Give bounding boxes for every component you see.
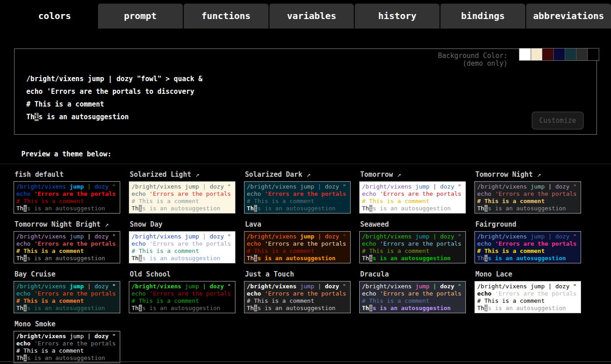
tab-abbreviations[interactable]: abbreviations [525,4,611,29]
theme-preview-box[interactable]: /bright/vixens jump | dozy "echo 'Errors… [359,231,466,263]
theme-preview-box[interactable]: /bright/vixens jump | dozy "echo 'Errors… [359,281,466,313]
terminal-line: /bright/vixens jump | dozy " [247,183,348,190]
tab-variables[interactable]: variables [269,4,354,29]
theme-title[interactable]: Tomorrow Night Bright ↗ [15,220,120,228]
terminal-line: This is an autosuggestion [362,205,463,212]
theme-card: Tomorrow ↗/bright/vixens jump | dozy "ec… [359,170,466,214]
theme-title[interactable]: Tomorrow ↗ [360,170,466,179]
theme-preview-box[interactable]: /bright/vixens jump | dozy "echo 'Errors… [129,231,235,263]
theme-title[interactable]: Solarized Dark ↗ [245,170,351,179]
theme-preview-box[interactable]: /bright/vixens jump | dozy "echo 'Errors… [474,231,581,263]
terminal-line: /bright/vixens jump | dozy " [132,183,233,190]
theme-title[interactable]: Lava [245,220,351,228]
terminal-line: echo 'Errors are the portals to discover… [26,85,596,98]
theme-preview-box[interactable]: /bright/vixens jump | dozy "echo 'Errors… [359,181,466,214]
theme-title[interactable]: fish default [15,170,120,179]
theme-preview-box[interactable]: /bright/vixens jump | dozy "echo 'Errors… [14,181,120,214]
external-link-icon[interactable]: ↗ [393,170,401,179]
terminal-line: /bright/vixens jump | dozy " [16,333,117,340]
theme-card: Solarized Dark ↗/bright/vixens jump | do… [244,170,351,214]
theme-preview-box[interactable]: /bright/vixens jump | dozy "echo 'Errors… [474,281,581,313]
theme-preview-box[interactable]: /bright/vixens jump | dozy "echo 'Errors… [14,231,120,263]
theme-preview-box[interactable]: /bright/vixens jump | dozy "echo 'Errors… [129,281,235,313]
terminal-line: echo 'Errors are the portals [16,240,117,248]
theme-preview-box[interactable]: /bright/vixens jump | dozy "echo 'Errors… [129,181,235,214]
terminal-line: echo 'Errors are the portals [477,240,578,248]
customize-button[interactable]: Customize [532,112,584,130]
terminal-line: This is an autosuggestion [362,305,463,312]
terminal-line: /bright/vixens jump | dozy " [16,183,117,190]
theme-preview-box[interactable]: /bright/vixens jump | dozy "echo 'Errors… [474,181,581,214]
external-link-icon[interactable]: ↗ [302,170,310,179]
theme-title[interactable]: Just a Touch [245,270,351,278]
terminal-line: echo 'Errors are the portals [477,290,578,297]
terminal-line: /bright/vixens jump | dozy " [16,233,117,240]
bg-swatch-white[interactable] [519,49,531,60]
terminal-line: This is an autosuggestion [477,255,578,262]
theme-title[interactable]: Fairground [475,220,581,228]
theme-card: Fairground/bright/vixens jump | dozy "ec… [474,220,581,263]
external-link-icon[interactable]: ↗ [533,170,541,179]
background-color-label-line2: (demo only) [438,60,508,68]
tab-functions[interactable]: functions [183,4,269,29]
external-link-icon[interactable]: ↗ [101,220,109,228]
terminal-line: echo 'Errors are the portals [132,190,233,198]
terminal-line: This is an autosuggestion [132,305,233,312]
terminal-line: /bright/vixens jump | dozy " [477,233,578,240]
bg-swatch-black[interactable] [587,49,599,60]
tab-bindings[interactable]: bindings [440,4,525,29]
terminal-line: This is an autosuggestion [16,255,117,262]
theme-card: Old School/bright/vixens jump | dozy "ec… [129,270,235,313]
theme-title[interactable]: Dracula [360,270,466,278]
theme-preview-box[interactable]: /bright/vixens jump | dozy "echo 'Errors… [14,281,120,313]
terminal-line: # This is a comment [26,98,596,111]
theme-card: Mono Lace/bright/vixens jump | dozy "ech… [474,270,581,313]
theme-title[interactable]: Mono Smoke [15,320,120,328]
theme-title[interactable]: Snow Day [130,220,235,228]
theme-title[interactable]: Bay Cruise [15,270,120,278]
terminal-line: /bright/vixens jump | dozy "fowl" > quac… [26,73,596,85]
theme-card: Lava/bright/vixens jump | dozy "echo 'Er… [244,220,351,263]
external-link-icon[interactable]: ↗ [191,170,199,179]
theme-preview-box[interactable]: /bright/vixens jump | dozy "echo 'Errors… [14,331,120,363]
theme-card: Mono Smoke/bright/vixens jump | dozy "ec… [14,320,120,363]
terminal-line: echo 'Errors are the portals [247,290,348,297]
theme-title[interactable]: Tomorrow Night ↗ [475,170,581,179]
terminal-line: This is an autosuggestion [132,255,233,262]
terminal-line: /bright/vixens jump | dozy " [362,183,463,190]
theme-title[interactable]: Mono Lace [475,270,581,278]
tab-colors[interactable]: colors [12,4,97,29]
terminal-line: # This is a comment [362,248,463,255]
bg-swatch-navy[interactable] [553,49,565,60]
theme-preview-box[interactable]: /bright/vixens jump | dozy "echo 'Errors… [244,231,351,263]
theme-title[interactable]: Seaweed [360,220,466,228]
terminal-line: # This is a comment [132,297,233,305]
terminal-line: echo 'Errors are the portals [362,290,463,297]
terminal-line: /bright/vixens jump | dozy " [16,283,117,290]
bg-swatch-dark-teal[interactable] [565,49,576,60]
page-bottom-divider [0,361,611,362]
terminal-line: # This is a comment [477,198,578,205]
bg-swatch-dark-red[interactable] [542,49,553,60]
terminal-line: # This is a comment [362,198,463,205]
background-color-label-line1: Background Color: [438,52,508,60]
bg-swatch-cream[interactable] [531,49,542,60]
theme-title[interactable]: Solarized Light ↗ [130,170,235,179]
themes-section: fish default/bright/vixens jump | dozy "… [0,164,611,364]
text-cursor: i [34,113,39,121]
terminal-line: # This is a comment [16,198,117,205]
terminal-line: echo 'Errors are the portals [247,190,348,198]
bg-swatch-charcoal[interactable] [576,49,587,60]
tab-prompt[interactable]: prompt [97,4,183,29]
terminal-line: /bright/vixens jump | dozy " [477,283,578,290]
terminal-line: # This is a comment [16,297,117,305]
theme-title[interactable]: Old School [130,270,235,278]
theme-card: Dracula/bright/vixens jump | dozy "echo … [359,270,466,313]
theme-preview-box[interactable]: /bright/vixens jump | dozy "echo 'Errors… [244,281,351,313]
theme-preview-box[interactable]: /bright/vixens jump | dozy "echo 'Errors… [244,181,351,214]
tab-history[interactable]: history [354,4,440,29]
terminal-line: This is an autosuggestion [247,205,348,212]
theme-card: fish default/bright/vixens jump | dozy "… [14,170,120,214]
color-demo-terminal: Background Color: (demo only) /bright/vi… [14,49,597,135]
theme-grid: fish default/bright/vixens jump | dozy "… [14,170,611,363]
